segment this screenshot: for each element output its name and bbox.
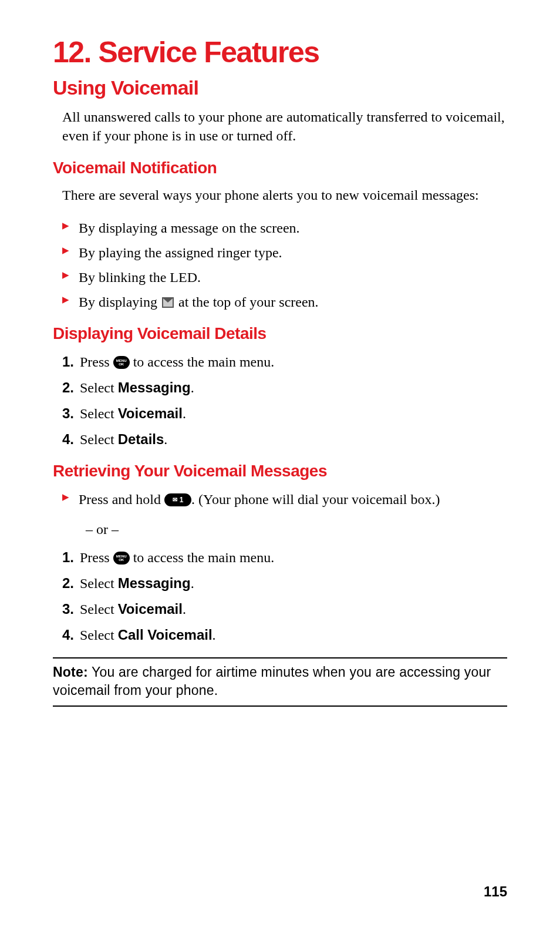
step-text-pre: Select (80, 627, 118, 643)
step-number: 2. (62, 377, 74, 398)
envelope-icon (162, 297, 174, 308)
display-steps: 1. Press MENUOK to access the main menu.… (62, 351, 507, 450)
bullet-text-pre: By displaying (79, 294, 161, 310)
bullet-text-post: . (Your phone will dial your voicemail b… (191, 492, 440, 507)
step-number: 3. (62, 403, 74, 424)
step-number: 1. (62, 351, 74, 372)
step-bold: Voicemail (118, 601, 183, 617)
step-bold: Call Voicemail (118, 627, 212, 643)
note-label: Note: (53, 664, 88, 680)
retrieve-steps: 1. Press MENUOK to access the main menu.… (62, 547, 507, 646)
retrieve-bullet: Press and hold ✉1. (Your phone will dial… (62, 489, 507, 510)
step-text-post: to access the main menu. (130, 550, 275, 565)
bullet-item: By playing the assigned ringer type. (62, 242, 507, 263)
note-text: You are charged for airtime minutes when… (53, 664, 491, 698)
step-text-pre: Press (80, 550, 113, 565)
step-text-post: . (183, 602, 186, 617)
step-text-post: . (191, 576, 194, 591)
notification-intro: There are several ways your phone alerts… (62, 186, 507, 204)
step-text-post: . (164, 432, 167, 447)
step-bold: Details (118, 431, 164, 447)
bullet-text-post: at the top of your screen. (175, 294, 319, 310)
list-item: 2. Select Messaging. (62, 573, 507, 594)
step-number: 4. (62, 624, 74, 646)
step-number: 2. (62, 573, 74, 594)
page-content: 12. Service Features Using Voicemail All… (0, 0, 560, 707)
menu-ok-icon: MENUOK (113, 552, 130, 565)
step-number: 3. (62, 599, 74, 620)
step-text-pre: Select (80, 380, 118, 395)
list-item: 4. Select Details. (62, 429, 507, 450)
step-bold: Messaging (118, 575, 191, 591)
list-item: 3. Select Voicemail. (62, 599, 507, 620)
step-text-post: . (183, 406, 186, 421)
notification-bullets: By displaying a message on the screen. B… (62, 217, 507, 313)
list-item: 4. Select Call Voicemail. (62, 624, 507, 646)
key-1-icon: ✉1 (164, 493, 191, 506)
step-text-pre: Select (80, 406, 118, 421)
bullet-item: By displaying at the top of your screen. (62, 291, 507, 313)
step-number: 4. (62, 429, 74, 450)
step-text-pre: Select (80, 602, 118, 617)
section-intro: All unanswered calls to your phone are a… (62, 107, 507, 146)
list-item: 3. Select Voicemail. (62, 403, 507, 424)
step-text-post: . (191, 380, 194, 395)
subsection-displaying-details: Displaying Voicemail Details (53, 324, 507, 343)
step-bold: Voicemail (118, 405, 183, 421)
step-number: 1. (62, 547, 74, 568)
or-separator: – or – (86, 522, 507, 537)
bullet-item: By blinking the LED. (62, 267, 507, 288)
step-text-pre: Select (80, 432, 118, 447)
step-text-pre: Press (80, 354, 113, 369)
section-title: Using Voicemail (53, 76, 507, 99)
bullet-text-pre: Press and hold (79, 492, 164, 507)
bullet-item: Press and hold ✉1. (Your phone will dial… (62, 489, 507, 510)
list-item: 1. Press MENUOK to access the main menu. (62, 351, 507, 372)
step-text-post: . (212, 627, 216, 643)
step-bold: Messaging (118, 379, 191, 395)
list-item: 2. Select Messaging. (62, 377, 507, 398)
bullet-item: By displaying a message on the screen. (62, 217, 507, 238)
step-text-post: to access the main menu. (130, 354, 275, 369)
subsection-retrieving-messages: Retrieving Your Voicemail Messages (53, 462, 507, 481)
list-item: 1. Press MENUOK to access the main menu. (62, 547, 507, 568)
page-number: 115 (484, 883, 507, 900)
chapter-title: 12. Service Features (53, 35, 507, 69)
menu-ok-icon: MENUOK (113, 356, 130, 369)
subsection-voicemail-notification: Voicemail Notification (53, 159, 507, 177)
step-text-pre: Select (80, 576, 118, 591)
note-box: Note: You are charged for airtime minute… (53, 657, 507, 707)
